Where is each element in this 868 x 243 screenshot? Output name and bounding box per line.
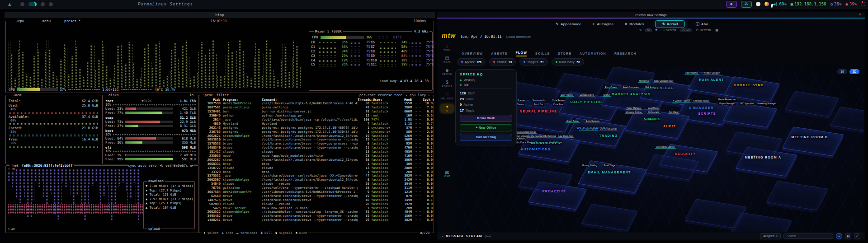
cpu-box-label[interactable]: 1cpu — [15, 19, 25, 23]
sidebar-item-finance[interactable]: $FINANCE — [440, 79, 454, 89]
col-program[interactable]: Program: — [223, 98, 262, 102]
room-scripts[interactable]: SCRIPTS — [698, 112, 716, 115]
room-x-manager[interactable]: X MANAGER — [689, 106, 713, 109]
col-cpu[interactable]: Cpu% ↑ — [423, 98, 433, 102]
room-trading[interactable]: TRADING — [599, 134, 618, 137]
process-row[interactable]: 2662567steamwebhelper/home/fastslack/.lo… — [201, 178, 432, 182]
room-google-sync[interactable]: GOOGLE SYNC — [734, 84, 764, 87]
proc-key-kill[interactable]: k kill — [260, 231, 272, 235]
sidebar-item-chat[interactable]: ✉ CHAT — [439, 170, 455, 178]
process-row[interactable]: 33329btopbtop1fastslack20M0.0 — [201, 170, 432, 174]
stream-search-input[interactable] — [783, 234, 833, 239]
proc-key-terminate[interactable]: ↵ terminate — [236, 231, 257, 235]
pause-stream-button[interactable]: ▮▮ — [845, 233, 851, 239]
process-row[interactable]: 2662621steamwebhelper/home/fastslack/.lo… — [201, 134, 432, 138]
btop-titlebar[interactable]: btop — [5, 12, 435, 18]
mem-box-label[interactable]: 2mem — [12, 93, 23, 97]
network-indicator[interactable]: ▣192.168.1.158 — [791, 2, 826, 6]
room-security[interactable]: SECURITY — [675, 152, 696, 155]
tab-agents[interactable]: AGENTS — [491, 52, 507, 56]
disks-box-label[interactable]: disks — [107, 93, 120, 97]
search-button[interactable]: ⌕ Search — [663, 28, 676, 32]
github-tray-icon[interactable] — [756, 2, 760, 6]
type-filter-select[interactable]: All types▾ — [760, 233, 781, 239]
map-badge-39[interactable]: 39 — [837, 69, 847, 74]
menu-button[interactable]: menu — [41, 19, 52, 23]
tab-skills[interactable]: SKILLS — [535, 52, 550, 56]
room-neural-pipeline[interactable]: NEURAL PIPELINE — [520, 110, 557, 113]
workspace-3[interactable] — [41, 2, 45, 6]
process-row[interactable]: 181417claudeclaude13fastslack405M0.0 — [201, 150, 432, 154]
settings-tab-aiengine[interactable]: ✧AI Engine — [592, 22, 614, 26]
preset-button[interactable]: preset * — [63, 19, 82, 23]
temperature-indicator[interactable]: ◉39% — [845, 2, 857, 6]
process-row[interactable]: 502803claudeclaude --resume20fastslack19… — [201, 202, 432, 206]
process-row[interactable]: 3068331btopbtop1fastslack30M0.0 — [201, 162, 432, 166]
room-shape[interactable] — [723, 102, 777, 128]
net-interface-selector[interactable]: ◂b veth9a0e67c n▸ — [159, 164, 194, 168]
process-row[interactable]: 3087598WebKitWebProces/usr/libexec/webki… — [201, 102, 432, 106]
proc-sort-order[interactable]: ‹ cpu lazy › — [406, 93, 430, 97]
nodes-applet-button[interactable]: ⁂ — [741, 1, 752, 8]
room-audit[interactable]: AUDIT — [663, 125, 676, 128]
volume-indicator[interactable]: ◀)69% — [773, 2, 787, 6]
proc-box-label[interactable]: 4proc — [203, 93, 213, 97]
io-toggle[interactable]: io — [188, 93, 195, 97]
process-row[interactable]: 3087584WebKitNetworkPr/usr/libexec/webki… — [201, 190, 432, 194]
distro-logo-icon[interactable]: ▲ — [7, 2, 12, 7]
sidebar-item-home[interactable]: ⌂HOME — [440, 43, 454, 52]
stat-pill-chains[interactable]: Chains: 23 — [489, 58, 516, 65]
process-row[interactable]: 3495482brave/opt/brave.com/brave/brave -… — [201, 214, 432, 218]
tab-research[interactable]: RESEARCH — [614, 52, 637, 56]
net-toggle-sync[interactable]: sync — [128, 164, 138, 168]
call-meeting-button[interactable]: Call Meeting — [460, 134, 512, 141]
process-row[interactable]: 1488346brave/opt/brave.com/brave/brave -… — [201, 146, 432, 150]
close-button[interactable]: × — [859, 12, 861, 17]
process-row[interactable]: 4639HyprlandHyprland7fastslack1.1G0.7 — [201, 122, 432, 126]
proc-filter-button[interactable]: filter — [217, 93, 229, 97]
proc-key-info[interactable]: ↓ info — [222, 231, 233, 235]
office-map[interactable]: 393D NEURAL PIPELINEMR CreatorPatch BotC… — [455, 67, 864, 232]
sidebar-item-wellness[interactable]: ♡WELLNESS — [440, 92, 454, 101]
process-row[interactable]: 76795gitkraken/proc/self/exe --type=rend… — [201, 186, 432, 190]
tab-automation[interactable]: AUTOMATION — [580, 52, 606, 56]
chat-applet-button[interactable]: ❖ — [726, 1, 737, 8]
tab-flow[interactable]: FLOW — [516, 51, 527, 56]
settings-tab-abo[interactable]: ⓘAbo... — [696, 22, 711, 27]
process-row[interactable]: 236785postgrespostgres: postgres postgre… — [201, 130, 432, 134]
memory-indicator[interactable]: ◔36% — [830, 2, 842, 6]
process-row[interactable]: 1488251brave/opt/brave.com/brave/brave -… — [201, 218, 432, 222]
proc-key-select[interactable]: ↑ select — [203, 231, 219, 235]
proc-key-signals[interactable]: s signals — [275, 231, 292, 235]
sidebar-item-people[interactable]: ☻PEOPLE — [440, 67, 454, 76]
flag-icon[interactable]: ⚑ — [655, 28, 658, 32]
col-user[interactable]: User: — [371, 98, 396, 102]
power-button[interactable] — [861, 2, 865, 6]
tab-store[interactable]: STORE — [558, 52, 571, 56]
room-automations[interactable]: AUTOMATIONS — [521, 148, 551, 151]
settings-tab-appearance[interactable]: ✎Appearance — [556, 22, 581, 26]
process-row[interactable]: 34049claudeclaude --resume20fastslack394… — [201, 182, 432, 186]
chevron-up-icon[interactable]: ▴ — [442, 234, 443, 238]
settings-titlebar[interactable]: PurmaLinux Settings × — [437, 12, 865, 18]
-new-office-button[interactable]: + New Office — [460, 124, 512, 131]
net-box-label[interactable]: 3net — [9, 164, 20, 168]
grid-view-icon[interactable]: ▦ — [715, 28, 718, 32]
firefox-tray-icon[interactable] — [764, 2, 769, 6]
stat-pill-triggers[interactable]: Triggers: 51 — [519, 58, 548, 65]
room-shape[interactable] — [782, 126, 844, 156]
room-market-analysis[interactable]: MARKET ANALYSIS — [612, 93, 651, 96]
room-rain-alert[interactable]: RAIN ALERT — [699, 78, 724, 81]
settings-tab-modules[interactable]: ❖Modules — [624, 22, 644, 26]
room-hands[interactable]: HANDS — [646, 117, 660, 121]
demo-walk-button[interactable]: Demo Walk — [460, 115, 512, 122]
process-row[interactable]: 2662287steam/home/fastslack/.local/share… — [201, 158, 432, 162]
proc-key-Nice[interactable]: n Nice — [296, 231, 307, 235]
net-toggle-zero[interactable]: zero — [148, 164, 156, 168]
net-toggle-auto[interactable]: auto — [138, 164, 149, 168]
process-row[interactable]: 236645pythonpython /worker/app.py12root1… — [201, 114, 432, 118]
process-row[interactable]: 1350727claudeclaude13fastslack288M0.0 — [201, 166, 432, 170]
process-row[interactable]: 3083816brave/opt/brave.com/brave/brave -… — [201, 138, 432, 142]
settings-tab-kernel[interactable]: ⚗Kernel — [655, 20, 685, 28]
room-email-management[interactable]: EMAIL MANAGEMENT — [588, 171, 631, 174]
